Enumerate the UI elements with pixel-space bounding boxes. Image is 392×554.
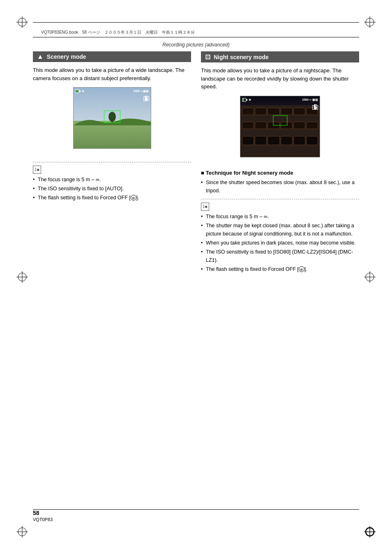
reg-mark-bottom-left	[16, 526, 28, 538]
night-bullet-3: When you take pictures in dark places, n…	[201, 239, 359, 247]
scenery-note-box: 1■ The focus range is 5 m – ∞. The ISO s…	[33, 162, 191, 202]
reg-mark-mid-left	[16, 271, 28, 283]
scenery-icon: ▲	[37, 53, 44, 60]
header-rule-top	[33, 22, 359, 23]
page-number: 58	[33, 510, 39, 516]
night-scenery-description: This mode allows you to take a picture o…	[201, 67, 359, 91]
header-meta: VQT0P83ENG.book 58 ページ ２００５年３月１日 火曜日 午前１…	[41, 30, 351, 35]
night-scenery-header: ⊡ Night scenery mode	[201, 51, 359, 62]
scenery-bullet-1: The focus range is 5 m – ∞.	[33, 175, 191, 184]
technique-list: Since the shutter speed becomes slow (ma…	[201, 178, 359, 195]
scenery-section: ▲ Scenery mode This mode allows you to t…	[33, 51, 191, 505]
technique-bullet: Since the shutter speed becomes slow (ma…	[201, 178, 359, 195]
night-bullet-list: The focus range is 5 m – ∞. The shutter …	[201, 212, 359, 273]
technique-header: Technique for Night scenery mode	[201, 170, 359, 176]
page-code: VQT0P83	[33, 517, 53, 522]
page-subtitle: Recording pictures (advanced)	[0, 42, 392, 48]
night-bullet-2: The shutter may be kept closed (max. abo…	[201, 222, 359, 238]
scenery-header: ▲ Scenery mode	[33, 51, 191, 62]
reg-mark-top-left	[16, 16, 28, 28]
book-reference: VQT0P83ENG.book 58 ページ ２００５年３月１日 火曜日 午前１…	[41, 30, 195, 35]
scenery-preview: ⊕ 2560 ▪▪ ▣▥ 5 ▣	[73, 87, 151, 149]
content-area: ▲ Scenery mode This mode allows you to t…	[33, 51, 359, 505]
scenery-bullet-3: The flash setting is fixed to Forced OFF…	[33, 194, 191, 202]
night-scenery-icon: ⊡	[205, 53, 210, 61]
night-note-icon: 1■	[201, 203, 209, 211]
night-note-box: 1■ The focus range is 5 m – ∞. The shutt…	[201, 199, 359, 273]
scenery-bullet-list: The focus range is 5 m – ∞. The ISO sens…	[33, 175, 191, 202]
reg-mark-mid-right	[364, 271, 376, 283]
reg-mark-top-right	[364, 16, 376, 28]
scenery-note-icon: 1■	[33, 166, 41, 174]
scenery-bullet-2: The ISO sensitivity is fixed to [AUTO].	[33, 185, 191, 193]
flash-symbol-left: ⊛	[131, 195, 136, 201]
scenery-title: Scenery mode	[47, 53, 86, 60]
page: VQT0P83ENG.book 58 ページ ２００５年３月１日 火曜日 午前１…	[0, 0, 392, 554]
night-bullet-5: The flash setting is fixed to Forced OFF…	[201, 265, 359, 273]
footer-rule	[33, 509, 359, 510]
scenery-description: This mode allows you to take a picture o…	[33, 66, 191, 82]
night-scenery-title: Night scenery mode	[214, 54, 269, 60]
night-bullet-1: The focus range is 5 m – ∞.	[201, 212, 359, 221]
reg-mark-bottom-right	[364, 526, 376, 538]
night-scenery-section: ⊡ Night scenery mode This mode allows yo…	[201, 51, 359, 505]
night-bullet-4: The ISO sensitivity is fixed to [ISO80] …	[201, 248, 359, 264]
night-scenery-preview: ⊕ 2560 ▪▪ ▣▥ 5 ▣	[240, 96, 320, 157]
flash-symbol-right: ⊛	[299, 266, 304, 272]
header-rule-bottom	[33, 37, 359, 37]
